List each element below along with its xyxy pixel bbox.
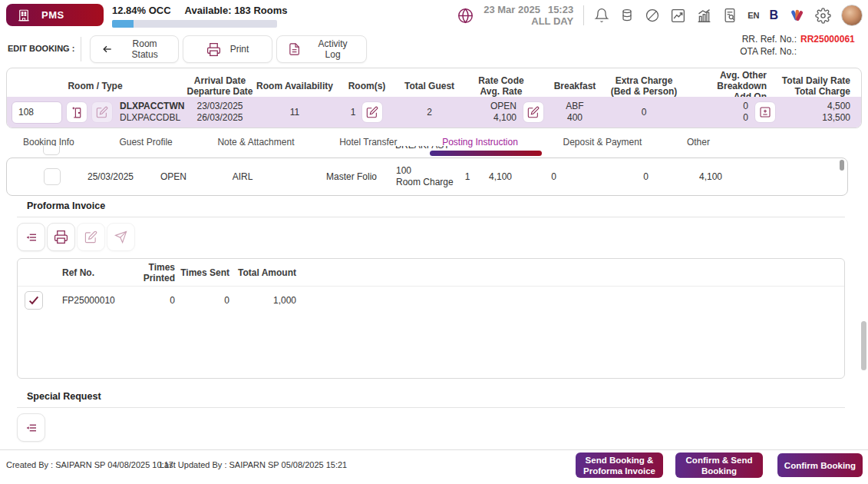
palette-icon[interactable]: [788, 7, 805, 24]
printer-icon: [206, 42, 221, 57]
special-request-divider: [17, 407, 845, 408]
room-type-secondary: DLXPACCDBL: [120, 112, 184, 124]
topbar-actions: 23 Mar 202515:23 ALL DAY EN: [457, 0, 863, 31]
proforma-select-button[interactable]: [17, 223, 45, 251]
datetime-display: 23 Mar 202515:23 ALL DAY: [484, 4, 573, 27]
building-icon: [17, 8, 31, 22]
active-tab-underline: [430, 151, 542, 156]
occupancy-summary: 12.84% OCC Available: 183 Rooms: [112, 5, 296, 28]
app-name: PMS: [41, 9, 64, 21]
posting-row-checkbox-clipped[interactable]: [43, 146, 60, 155]
edit-icon: [527, 106, 540, 118]
circle-slash-icon[interactable]: [645, 8, 660, 23]
col-times-printed: Times Printed: [125, 262, 175, 283]
proforma-divider: [17, 217, 845, 217]
posting-row-clipped: BREAKFAST: [6, 146, 848, 157]
edit-rooms-button[interactable]: [361, 101, 383, 123]
posting-market: AIRL: [202, 171, 283, 183]
rate-code-value: OPEN: [490, 101, 517, 112]
posting-rate: 4,100: [475, 171, 512, 183]
posting-instruction-panel: 25/03/2025 OPEN AIRL Master Folio 100 Ro…: [6, 157, 848, 196]
add-on-breakdown-icon: [759, 106, 771, 118]
print-label: Print: [230, 44, 249, 55]
confirm-send-booking-button[interactable]: Confirm & Send Booking: [675, 453, 763, 478]
printer-icon: [54, 230, 68, 244]
proforma-table-panel: Ref No. Times Printed Times Sent Total A…: [17, 258, 845, 379]
gear-icon[interactable]: [815, 8, 831, 24]
topbar: PMS 12.84% OCC Available: 183 Rooms 23 M…: [0, 0, 868, 31]
posting-charge-code: 100: [396, 165, 460, 177]
activity-log-button[interactable]: Activity Log: [276, 35, 367, 63]
print-button[interactable]: Print: [183, 35, 272, 63]
avg-rate-value: 4,100: [490, 112, 517, 124]
pms-logo-button[interactable]: PMS: [6, 4, 104, 26]
posting-rate-code: OPEN: [145, 171, 202, 183]
proforma-table-header: Ref No. Times Printed Times Sent Total A…: [18, 259, 844, 287]
breakfast-code: ABF: [544, 101, 606, 112]
proforma-total-amount: 1,000: [229, 295, 296, 306]
total-charge-value: 13,500: [776, 112, 850, 124]
edit-icon: [366, 106, 378, 118]
proforma-times-sent: 0: [175, 295, 229, 306]
posting-zero-b: 0: [556, 171, 649, 183]
add-on-breakdown-button[interactable]: [754, 101, 776, 123]
extra-charge-value: 0: [606, 107, 682, 118]
select-list-icon: [25, 230, 38, 244]
booking-summary-row: DLXPACCTWN DLXPACCDBL 23/03/2025 26/03/2…: [7, 97, 861, 128]
special-request-select-button[interactable]: [17, 413, 45, 442]
edit-room-button-disabled: [91, 101, 113, 123]
col-times-sent: Times Sent: [175, 267, 229, 278]
posting-row-checkbox[interactable]: [44, 168, 61, 185]
activity-log-icon: [288, 42, 301, 56]
room-number-input[interactable]: [12, 101, 62, 124]
posting-date: 25/03/2025: [76, 171, 145, 183]
proforma-print-button[interactable]: [47, 223, 75, 251]
departure-date: 26/03/2025: [183, 112, 256, 124]
total-guest-value: 2: [401, 107, 458, 118]
check-icon: [28, 294, 40, 307]
occupancy-label: 12.84% OCC: [112, 5, 171, 16]
proforma-table-row: FP25000010 0 0 1,000: [18, 287, 844, 314]
edit-icon: [84, 230, 97, 244]
breakfast-rate: 400: [544, 112, 606, 124]
add-room-button[interactable]: [66, 101, 87, 123]
total-daily-rate-value: 4,500: [776, 101, 850, 112]
posting-folio: Master Folio: [283, 171, 377, 183]
bell-icon[interactable]: [594, 8, 609, 23]
posting-row: 25/03/2025 OPEN AIRL Master Folio 100 Ro…: [7, 158, 847, 195]
occupancy-progress-fill: [112, 20, 134, 28]
current-time: 15:23: [548, 4, 573, 15]
report-search-icon[interactable]: [722, 8, 738, 23]
bar-chart-icon[interactable]: [696, 8, 712, 24]
edit-rate-button[interactable]: [523, 101, 544, 123]
topbar-divider: [583, 5, 584, 25]
occupancy-progress: [112, 20, 277, 28]
proforma-send-button-disabled: [107, 223, 135, 251]
proforma-invoice-title: Proforma Invoice: [27, 201, 105, 211]
line-chart-icon[interactable]: [670, 8, 686, 24]
language-selector[interactable]: EN: [748, 11, 759, 20]
posting-total: 4,100: [649, 171, 722, 183]
edit-icon: [96, 106, 108, 118]
confirm-booking-button[interactable]: Confirm Booking: [777, 453, 863, 477]
room-status-button[interactable]: Room Status: [90, 35, 179, 63]
brand-b-button[interactable]: B: [769, 8, 778, 22]
posting-charge-name: Room Charge: [396, 177, 460, 188]
booking-summary-panel: Room / Type Arrival DateDeparture Date R…: [6, 68, 862, 128]
page-title: EDIT BOOKING :: [8, 44, 74, 53]
send-booking-proforma-button[interactable]: Send Booking & Proforma Invoice: [576, 453, 663, 478]
available-rooms-label: Available: 183 Rooms: [185, 5, 288, 16]
activity-log-label: Activity Log: [310, 38, 355, 60]
ota-ref-label: OTA Ref. No.:: [740, 45, 797, 58]
proforma-row-checkbox-checked[interactable]: [25, 291, 43, 310]
currency-stack-icon[interactable]: [619, 8, 635, 23]
select-list-icon: [25, 421, 38, 435]
page-scrollbar-thumb[interactable]: [861, 321, 866, 370]
room-type-primary: DLXPACCTWN: [120, 101, 184, 112]
add-on-value: 0: [743, 112, 748, 124]
user-avatar[interactable]: [841, 5, 863, 26]
footer-divider: [0, 449, 868, 450]
rooms-value: 1: [351, 107, 356, 118]
col-total-amount: Total Amount: [229, 267, 296, 278]
globe-icon[interactable]: [457, 8, 474, 24]
